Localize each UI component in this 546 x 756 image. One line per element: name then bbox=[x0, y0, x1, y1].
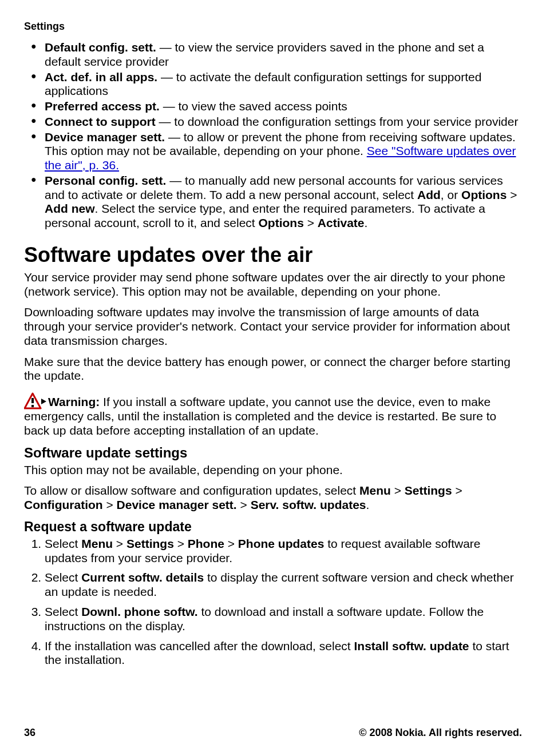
step-item: Select Downl. phone softw. to download a… bbox=[45, 605, 522, 634]
menu-keyword: Menu bbox=[359, 484, 391, 497]
svg-rect-1 bbox=[31, 398, 34, 403]
warning-icon bbox=[24, 392, 47, 409]
menu-keyword: Downl. phone softw. bbox=[81, 605, 197, 618]
paragraph-text: > bbox=[237, 498, 251, 511]
bullet-text: > bbox=[304, 216, 318, 229]
page: Settings Default config. sett. — to view… bbox=[0, 0, 546, 756]
step-text: Select bbox=[45, 537, 81, 550]
step-text: Select bbox=[45, 571, 81, 584]
paragraph-text: > bbox=[103, 498, 117, 511]
menu-keyword: Add bbox=[417, 188, 441, 201]
bullet-label: Act. def. in all apps. bbox=[45, 70, 157, 83]
page-footer: 36 © 2008 Nokia. All rights reserved. bbox=[24, 727, 522, 739]
bullet-item: Connect to support — to download the con… bbox=[45, 115, 522, 129]
menu-keyword: Options bbox=[461, 188, 507, 201]
bullet-label: Personal config. sett. bbox=[45, 174, 166, 187]
step-item: Select Current softw. details to display… bbox=[45, 571, 522, 599]
paragraph: This option may not be available, depend… bbox=[24, 463, 522, 478]
paragraph-text: > bbox=[391, 484, 405, 497]
warning-label: Warning: bbox=[48, 395, 100, 408]
bullet-label: Device manager sett. bbox=[45, 130, 165, 144]
section-heading: Software updates over the air bbox=[24, 244, 522, 266]
step-text: > bbox=[174, 537, 188, 550]
menu-keyword: Options bbox=[259, 216, 304, 229]
svg-rect-2 bbox=[31, 405, 34, 407]
section-header: Settings bbox=[24, 21, 522, 33]
bullet-label: Preferred access pt. bbox=[45, 100, 160, 113]
menu-keyword: Serv. softw. updates bbox=[251, 498, 366, 511]
paragraph: Make sure that the device battery has en… bbox=[24, 355, 522, 384]
paragraph: Downloading software updates may involve… bbox=[24, 305, 522, 348]
bullet-text: — to view the saved access points bbox=[160, 100, 347, 113]
step-item: Select Menu > Settings > Phone > Phone u… bbox=[45, 537, 522, 566]
menu-keyword: Settings bbox=[405, 484, 452, 497]
subsection-heading: Software update settings bbox=[24, 445, 522, 461]
step-text: If the installation was cancelled after … bbox=[45, 639, 354, 652]
bullet-text: — to download the configuration settings… bbox=[156, 115, 519, 128]
subsection-heading: Request a software update bbox=[24, 519, 522, 535]
paragraph-text: . bbox=[366, 498, 370, 511]
bullet-item: Device manager sett. — to allow or preve… bbox=[45, 130, 522, 173]
menu-keyword: Menu bbox=[81, 537, 113, 550]
step-text: > bbox=[113, 537, 126, 550]
menu-keyword: Activate bbox=[318, 216, 365, 229]
svg-marker-3 bbox=[41, 399, 46, 404]
menu-keyword: Install softw. update bbox=[354, 639, 469, 652]
menu-keyword: Settings bbox=[126, 537, 174, 550]
menu-keyword: Device manager sett. bbox=[117, 498, 237, 511]
bullet-item: Default config. sett. — to view the serv… bbox=[45, 41, 522, 69]
step-item: If the installation was cancelled after … bbox=[45, 639, 522, 668]
menu-keyword: Add new bbox=[45, 202, 95, 215]
bullet-item: Preferred access pt. — to view the saved… bbox=[45, 100, 522, 114]
bullet-item: Act. def. in all apps. — to activate the… bbox=[45, 70, 522, 99]
bullet-text: > bbox=[507, 188, 517, 201]
menu-keyword: Phone bbox=[188, 537, 224, 550]
paragraph: To allow or disallow software and config… bbox=[24, 484, 522, 512]
bullet-label: Default config. sett. bbox=[45, 41, 156, 54]
paragraph-text: To allow or disallow software and config… bbox=[24, 484, 359, 497]
config-bullet-list: Default config. sett. — to view the serv… bbox=[24, 41, 522, 230]
menu-keyword: Configuration bbox=[24, 498, 103, 511]
bullet-text: . bbox=[365, 216, 368, 229]
paragraph: Your service provider may send phone sof… bbox=[24, 270, 522, 299]
bullet-label: Connect to support bbox=[45, 115, 156, 128]
warning-paragraph: Warning: If you install a software updat… bbox=[24, 392, 522, 438]
menu-keyword: Current softw. details bbox=[81, 571, 204, 584]
step-text: > bbox=[224, 537, 238, 550]
step-text: Select bbox=[45, 605, 81, 618]
bullet-item: Personal config. sett. — to manually add… bbox=[45, 174, 522, 230]
menu-keyword: Phone updates bbox=[238, 537, 325, 550]
copyright-text: © 2008 Nokia. All rights reserved. bbox=[359, 727, 522, 739]
page-number: 36 bbox=[24, 727, 35, 739]
bullet-text: , or bbox=[441, 188, 461, 201]
paragraph-text: > bbox=[452, 484, 462, 497]
step-list: Select Menu > Settings > Phone > Phone u… bbox=[24, 537, 522, 667]
